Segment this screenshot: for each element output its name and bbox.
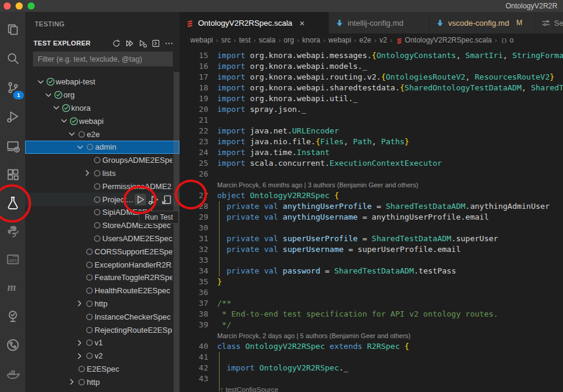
tree-item-lists[interactable]: lists [25, 167, 179, 180]
test-explorer-section-header[interactable]: TEST EXPLORER [25, 36, 179, 50]
test-filter-input[interactable] [33, 55, 169, 63]
breadcrumb-item[interactable]: e2e [360, 36, 372, 44]
tree-item-webapi[interactable]: webapi [25, 114, 179, 127]
line-number: 17 [179, 72, 217, 83]
chevron-right-icon[interactable] [75, 299, 84, 308]
activity-item-run-and-debug[interactable] [0, 103, 25, 129]
breadcrumb-item[interactable]: scala [258, 36, 275, 44]
line-number: 28 [179, 201, 217, 212]
chevron-down-icon[interactable] [51, 103, 61, 113]
tree-item-http[interactable]: http [25, 375, 179, 388]
activity-item-source-control[interactable]: 1 [0, 74, 25, 101]
close-tab-icon[interactable]: × [300, 19, 305, 28]
breadcrumb-item[interactable]: test [239, 36, 250, 44]
run-test-button[interactable] [135, 194, 146, 205]
code-line-18: 18import org.knora.webapi.sharedtestdata… [179, 83, 563, 93]
goto-test-button[interactable] [161, 194, 172, 205]
test-status-icon [92, 181, 102, 192]
activity-item-docker[interactable] [0, 360, 25, 387]
tree-item-webapi-test[interactable]: webapi-test [25, 75, 179, 89]
activity-item-rest-api[interactable]: /API [0, 246, 25, 272]
tab-settin[interactable]: Settin [535, 12, 563, 34]
tab-ontologyv2r2rspec-scala[interactable]: OntologyV2R2RSpec.scala× [179, 12, 329, 34]
codelens-blame[interactable]: Marcin Procyk, 6 months ago | 3 authors … [179, 180, 563, 190]
refresh-button[interactable] [112, 39, 121, 48]
tree-item-v1[interactable]: v1 [25, 336, 179, 350]
activity-item-git-graph[interactable] [0, 332, 25, 358]
tree-item-label: FeatureToggleR2RSpec [95, 273, 172, 282]
breadcrumb[interactable]: webapi›src›test›scala›org›knora›webapi›e… [179, 34, 563, 47]
files-icon [6, 23, 20, 37]
chevron-down-icon[interactable] [59, 116, 69, 126]
breadcrumb-item[interactable]: src [221, 36, 231, 44]
breadcrumb-item[interactable]: knora [302, 36, 320, 44]
breadcrumb-item[interactable]: v2 [379, 36, 387, 44]
more-button[interactable] [165, 39, 174, 48]
breadcrumb-separator: › [276, 37, 282, 44]
tree-item-groupsadme2espec[interactable]: GroupsADME2ESpec [25, 154, 179, 167]
chevron-down-icon[interactable] [75, 142, 85, 152]
chevron-down-icon[interactable] [67, 129, 77, 139]
tree-item-http[interactable]: http [25, 297, 179, 311]
debug-test-button[interactable] [148, 194, 159, 205]
line-content [217, 115, 563, 126]
tree-item-rejectingroutee2espec[interactable]: RejectingRouteE2ESpec [25, 323, 179, 336]
sidebar-scrollbar[interactable] [174, 72, 179, 392]
chevron-right-icon[interactable] [75, 338, 84, 348]
tree-item-org[interactable]: org [25, 89, 179, 102]
tree-item-project-[interactable]: Project... [25, 193, 179, 206]
tree-item-healthroutee2espec[interactable]: HealthRouteE2ESpec [25, 284, 179, 297]
activity-item-testing[interactable] [0, 189, 25, 215]
tree-item-usersadme2espec[interactable]: UsersADME2ESpec [25, 232, 179, 245]
line-content [217, 373, 563, 384]
reference-hint[interactable]: ↑ testConfigSource [179, 384, 563, 392]
open-output-button[interactable] [151, 39, 160, 48]
line-content: object OntologyV2R2RSpec { [217, 190, 563, 201]
tree-item-featuretoggler2rspec[interactable]: FeatureToggleR2RSpec [25, 271, 179, 284]
activity-item-explorer[interactable] [0, 16, 25, 42]
chevron-right-icon[interactable] [75, 351, 84, 361]
tree-item-exceptionhandlerr2r-[interactable]: ExceptionHandlerR2R... [25, 258, 179, 271]
tree-item-instancecheckerspec[interactable]: InstanceCheckerSpec [25, 310, 179, 323]
codelens-blame[interactable]: Marcin Procyk, 2 days ago | 5 authors (B… [179, 330, 563, 341]
remote-icon [6, 139, 20, 153]
line-content: import org.knora.webapi.messages.{Ontolo… [217, 50, 563, 61]
breadcrumb-item[interactable]: {}o [500, 36, 514, 44]
activity-item-python[interactable] [0, 218, 25, 244]
tree-item-permissionsadme2-[interactable]: PermissionsADME2.. [25, 180, 179, 193]
tree-item-admin[interactable]: admin [25, 141, 179, 154]
tab-intellij-config-md[interactable]: intellij-config.md [329, 12, 430, 34]
tree-item-knora[interactable]: knora [25, 102, 179, 115]
activity-item-remote-explorer[interactable] [0, 132, 25, 159]
tree-item-v2[interactable]: v2 [25, 350, 179, 363]
tab-vscode-config-md[interactable]: vscode-config.mdM [430, 12, 535, 34]
chevron-right-icon[interactable] [67, 377, 77, 387]
activity-item-extensions[interactable] [0, 161, 25, 187]
run-all-button[interactable] [125, 39, 134, 48]
breadcrumb-separator: › [232, 37, 238, 44]
line-number: 23 [179, 136, 217, 147]
chevron-down-icon[interactable] [44, 90, 53, 100]
breadcrumb-item[interactable]: webapi [328, 36, 351, 44]
test-passed-icon [45, 77, 56, 87]
activity-item-search[interactable] [0, 45, 25, 71]
breadcrumb-item[interactable]: OntologyV2R2RSpec.scala [395, 36, 492, 44]
breadcrumb-item[interactable]: webapi [190, 36, 213, 44]
minimize-window-button[interactable] [16, 2, 23, 10]
test-status-icon [92, 220, 102, 230]
breadcrumb-item[interactable]: org [284, 36, 294, 44]
zoom-window-button[interactable] [28, 2, 35, 10]
run-profile-button[interactable] [138, 39, 147, 48]
tree-item-corssupporte2espec[interactable]: CORSSupportE2ESpec [25, 245, 179, 258]
close-window-button[interactable] [4, 2, 11, 10]
activity-item-m-extension[interactable]: m [0, 274, 25, 300]
line-number: 39 [179, 320, 217, 330]
code-editor[interactable]: 15import org.knora.webapi.messages.{Onto… [179, 47, 563, 392]
code-line-38: 38 * End-to-end test specification for A… [179, 309, 563, 320]
activity-item-test-tree[interactable] [0, 303, 25, 329]
chevron-right-icon[interactable] [83, 168, 92, 178]
line-content: private val anythingUserProfile = Shared… [217, 201, 563, 212]
tree-item-e2espec[interactable]: E2ESpec [25, 363, 179, 376]
tree-item-e2e[interactable]: e2e [25, 127, 179, 141]
chevron-down-icon[interactable] [36, 77, 45, 87]
